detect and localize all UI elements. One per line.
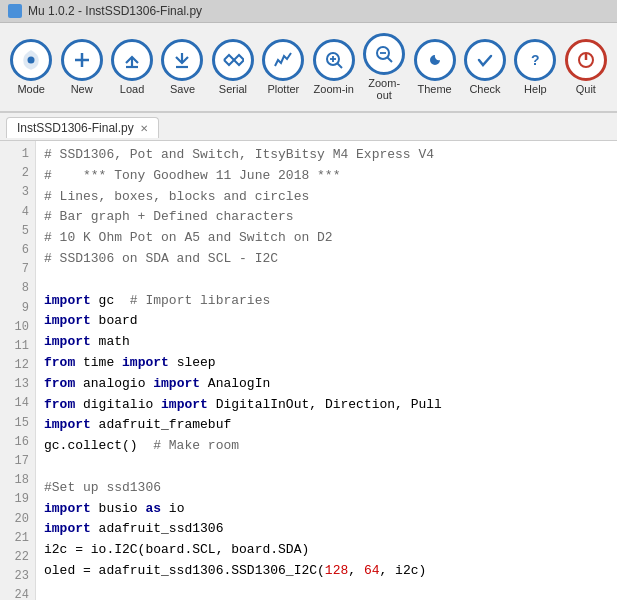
zoomin-label: Zoom-in bbox=[314, 83, 354, 95]
theme-button[interactable]: Theme bbox=[411, 35, 457, 99]
code-line: from time import sleep bbox=[44, 353, 609, 374]
help-icon: ? bbox=[514, 39, 556, 81]
code-line: oled = adafruit_ssd1306.SSD1306_I2C(128,… bbox=[44, 561, 609, 582]
save-icon bbox=[161, 39, 203, 81]
tab-bar: InstSSD1306-Final.py ✕ bbox=[0, 113, 617, 141]
zoomout-icon bbox=[363, 33, 405, 75]
code-line: import gc # Import libraries bbox=[44, 291, 609, 312]
serial-button[interactable]: Serial bbox=[210, 35, 256, 99]
zoomout-button[interactable]: Zoom-out bbox=[361, 29, 407, 105]
quit-label: Quit bbox=[576, 83, 596, 95]
check-icon bbox=[464, 39, 506, 81]
code-content[interactable]: # SSD1306, Pot and Switch, ItsyBitsy M4 … bbox=[36, 141, 617, 600]
line-number: 6 bbox=[6, 241, 29, 260]
theme-icon bbox=[414, 39, 456, 81]
line-number: 15 bbox=[6, 414, 29, 433]
line-number: 9 bbox=[6, 299, 29, 318]
code-line: import busio as io bbox=[44, 499, 609, 520]
plotter-icon bbox=[262, 39, 304, 81]
save-button[interactable]: Save bbox=[159, 35, 205, 99]
code-line bbox=[44, 457, 609, 478]
line-number: 20 bbox=[6, 510, 29, 529]
save-label: Save bbox=[170, 83, 195, 95]
code-line: # SSD1306, Pot and Switch, ItsyBitsy M4 … bbox=[44, 145, 609, 166]
svg-line-8 bbox=[337, 64, 342, 69]
zoomin-button[interactable]: Zoom-in bbox=[311, 35, 357, 99]
load-label: Load bbox=[120, 83, 144, 95]
line-number: 23 bbox=[6, 567, 29, 586]
code-line: import adafruit_ssd1306 bbox=[44, 519, 609, 540]
quit-icon bbox=[565, 39, 607, 81]
new-button[interactable]: New bbox=[58, 35, 104, 99]
toolbar: ModeNewLoadSaveSerialPlotterZoom-inZoom-… bbox=[0, 23, 617, 113]
line-number: 1 bbox=[6, 145, 29, 164]
plotter-button[interactable]: Plotter bbox=[260, 35, 306, 99]
app-icon bbox=[8, 4, 22, 18]
line-number: 18 bbox=[6, 471, 29, 490]
serial-icon bbox=[212, 39, 254, 81]
help-label: Help bbox=[524, 83, 547, 95]
line-number: 16 bbox=[6, 433, 29, 452]
code-line: # Bar graph + Defined characters bbox=[44, 207, 609, 228]
line-number: 12 bbox=[6, 356, 29, 375]
line-numbers: 1234567891011121314151617181920212223242… bbox=[0, 141, 36, 600]
line-number: 14 bbox=[6, 394, 29, 413]
code-line: import board bbox=[44, 311, 609, 332]
load-button[interactable]: Load bbox=[109, 35, 155, 99]
line-number: 13 bbox=[6, 375, 29, 394]
code-line bbox=[44, 582, 609, 600]
file-tab[interactable]: InstSSD1306-Final.py ✕ bbox=[6, 117, 159, 138]
line-number: 10 bbox=[6, 318, 29, 337]
load-icon bbox=[111, 39, 153, 81]
code-line: from digitalio import DigitalInOut, Dire… bbox=[44, 395, 609, 416]
quit-button[interactable]: Quit bbox=[563, 35, 609, 99]
zoomin-icon bbox=[313, 39, 355, 81]
new-icon bbox=[61, 39, 103, 81]
code-line: # Lines, boxes, blocks and circles bbox=[44, 187, 609, 208]
code-line: # *** Tony Goodhew 11 June 2018 *** bbox=[44, 166, 609, 187]
svg-text:?: ? bbox=[531, 52, 540, 68]
mode-icon bbox=[10, 39, 52, 81]
code-line: # 10 K Ohm Pot on A5 and Switch on D2 bbox=[44, 228, 609, 249]
line-number: 17 bbox=[6, 452, 29, 471]
line-number: 11 bbox=[6, 337, 29, 356]
line-number: 22 bbox=[6, 548, 29, 567]
line-number: 4 bbox=[6, 203, 29, 222]
tab-close-button[interactable]: ✕ bbox=[140, 123, 148, 134]
title-text: Mu 1.0.2 - InstSSD1306-Final.py bbox=[28, 4, 202, 18]
code-line: #Set up ssd1306 bbox=[44, 478, 609, 499]
line-number: 24 bbox=[6, 586, 29, 600]
line-number: 7 bbox=[6, 260, 29, 279]
line-number: 3 bbox=[6, 183, 29, 202]
code-line: from analogio import AnalogIn bbox=[44, 374, 609, 395]
code-line: # SSD1306 on SDA and SCL - I2C bbox=[44, 249, 609, 270]
svg-line-12 bbox=[388, 58, 393, 63]
line-number: 2 bbox=[6, 164, 29, 183]
theme-label: Theme bbox=[417, 83, 451, 95]
line-number: 8 bbox=[6, 279, 29, 298]
zoomout-label: Zoom-out bbox=[363, 77, 405, 101]
serial-label: Serial bbox=[219, 83, 247, 95]
plotter-label: Plotter bbox=[267, 83, 299, 95]
check-button[interactable]: Check bbox=[462, 35, 508, 99]
code-editor: 1234567891011121314151617181920212223242… bbox=[0, 141, 617, 600]
tab-label: InstSSD1306-Final.py bbox=[17, 121, 134, 135]
code-line: import math bbox=[44, 332, 609, 353]
code-line: import adafruit_framebuf bbox=[44, 415, 609, 436]
line-number: 21 bbox=[6, 529, 29, 548]
title-bar: Mu 1.0.2 - InstSSD1306-Final.py bbox=[0, 0, 617, 23]
check-label: Check bbox=[469, 83, 500, 95]
line-number: 5 bbox=[6, 222, 29, 241]
mode-label: Mode bbox=[17, 83, 45, 95]
line-number: 19 bbox=[6, 490, 29, 509]
mode-button[interactable]: Mode bbox=[8, 35, 54, 99]
code-line: gc.collect() # Make room bbox=[44, 436, 609, 457]
help-button[interactable]: ?Help bbox=[512, 35, 558, 99]
new-label: New bbox=[71, 83, 93, 95]
code-line bbox=[44, 270, 609, 291]
svg-point-0 bbox=[28, 57, 35, 64]
code-line: i2c = io.I2C(board.SCL, board.SDA) bbox=[44, 540, 609, 561]
